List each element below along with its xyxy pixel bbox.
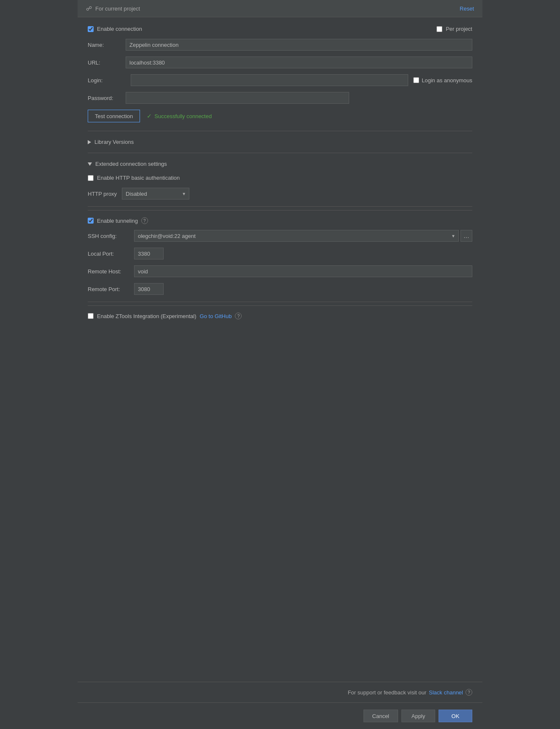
local-port-label: Local Port: (88, 251, 134, 257)
library-versions-label: Library Versions (94, 139, 134, 145)
url-input[interactable] (126, 57, 472, 68)
ztools-row: Enable ZTools Integration (Experimental)… (88, 313, 472, 319)
cancel-button[interactable]: Cancel (363, 710, 398, 722)
divider-2 (88, 153, 472, 153)
top-bar: ☍ For current project Reset (78, 0, 482, 17)
proxy-label: HTTP proxy (88, 191, 117, 197)
proxy-row: HTTP proxy Disabled Manual Auto-detect ▼ (88, 188, 472, 200)
footer-buttons: Cancel Apply OK (78, 702, 482, 729)
password-input[interactable] (126, 92, 349, 104)
ssh-config-more-button[interactable]: … (460, 230, 472, 242)
extended-settings-header[interactable]: Extended connection settings (88, 157, 472, 171)
http-auth-label: Enable HTTP basic authentication (97, 175, 180, 181)
library-versions-triangle-icon (88, 140, 91, 144)
project-label: For current project (95, 5, 140, 12)
local-port-input[interactable] (134, 248, 164, 259)
main-content: Enable connection Per project Name: URL:… (78, 17, 482, 682)
ztools-section: Enable ZTools Integration (Experimental)… (88, 305, 472, 319)
login-anon-group: Login as anonymous (413, 77, 472, 84)
enable-connection-checkbox[interactable] (88, 26, 94, 32)
ok-button[interactable]: OK (439, 710, 472, 722)
support-section: For support or feedback visit our Slack … (78, 682, 482, 702)
support-text: For support or feedback visit our (348, 689, 426, 696)
library-versions-section: Library Versions (88, 135, 472, 149)
tunneling-header: Enable tunneling ? (88, 217, 472, 224)
enable-tunneling-checkbox[interactable] (88, 218, 94, 224)
slack-channel-link[interactable]: Slack channel (429, 689, 463, 696)
checkmark-icon: ✓ (147, 113, 152, 119)
test-connection-button[interactable]: Test connection (88, 110, 140, 122)
enable-connection-row: Enable connection Per project (88, 26, 472, 32)
extended-settings-triangle-icon (88, 162, 92, 166)
reset-button[interactable]: Reset (460, 5, 474, 12)
enable-connection-left: Enable connection (88, 26, 142, 32)
extended-settings-section: Extended connection settings Enable HTTP… (88, 157, 472, 200)
http-auth-checkbox[interactable] (88, 175, 94, 181)
url-field-row: URL: (88, 57, 472, 68)
password-field-row: Password: (88, 92, 472, 104)
login-field-row: Login: Login as anonymous (88, 74, 472, 86)
login-input[interactable] (131, 74, 408, 86)
remote-host-input[interactable] (134, 265, 472, 277)
ssh-config-select[interactable]: olegchir@void:22 agent (134, 230, 459, 242)
http-auth-row: Enable HTTP basic authentication (88, 171, 472, 188)
enable-tunneling-label: Enable tunneling (97, 218, 138, 224)
ssh-config-label: SSH config: (88, 233, 134, 239)
enable-connection-label: Enable connection (97, 26, 142, 32)
success-text: Successfully connected (154, 113, 212, 119)
remote-host-row: Remote Host: (88, 265, 472, 277)
project-icon: ☍ (86, 5, 92, 12)
name-field-row: Name: (88, 39, 472, 51)
tunneling-section: Enable tunneling ? SSH config: olegchir@… (88, 210, 472, 295)
remote-port-row: Remote Port: (88, 283, 472, 295)
name-input[interactable] (126, 39, 472, 51)
proxy-select[interactable]: Disabled Manual Auto-detect (122, 188, 189, 200)
ssh-config-row: SSH config: olegchir@void:22 agent ▼ … (88, 230, 472, 242)
per-project-checkbox[interactable] (436, 26, 442, 32)
divider-1 (88, 131, 472, 131)
divider-4 (88, 302, 472, 302)
tunneling-help-icon[interactable]: ? (141, 217, 148, 224)
support-help-icon[interactable]: ? (466, 689, 472, 696)
ssh-config-inner: olegchir@void:22 agent ▼ (134, 230, 459, 242)
remote-port-input[interactable] (134, 283, 164, 295)
ztools-github-link[interactable]: Go to GitHub (200, 313, 232, 319)
url-label: URL: (88, 59, 126, 66)
per-project-label: Per project (446, 26, 472, 32)
password-label: Password: (88, 95, 126, 101)
ztools-checkbox[interactable] (88, 313, 94, 319)
ztools-label: Enable ZTools Integration (Experimental) (97, 313, 197, 319)
extended-settings-label: Extended connection settings (95, 161, 167, 167)
remote-host-label: Remote Host: (88, 268, 134, 275)
project-label-row: ☍ For current project (86, 5, 140, 12)
apply-button[interactable]: Apply (401, 710, 435, 722)
login-label: Login: (88, 77, 126, 84)
divider-3 (88, 206, 472, 207)
per-project-right: Per project (436, 26, 472, 32)
success-message: ✓ Successfully connected (147, 113, 212, 119)
local-port-row: Local Port: (88, 248, 472, 259)
proxy-select-wrapper: Disabled Manual Auto-detect ▼ (122, 188, 189, 200)
test-connection-row: Test connection ✓ Successfully connected (88, 110, 472, 122)
login-anon-checkbox[interactable] (413, 77, 419, 83)
name-label: Name: (88, 42, 126, 48)
login-anon-label: Login as anonymous (422, 77, 472, 84)
remote-port-label: Remote Port: (88, 286, 134, 292)
ztools-help-icon[interactable]: ? (235, 313, 242, 319)
library-versions-header[interactable]: Library Versions (88, 135, 472, 149)
